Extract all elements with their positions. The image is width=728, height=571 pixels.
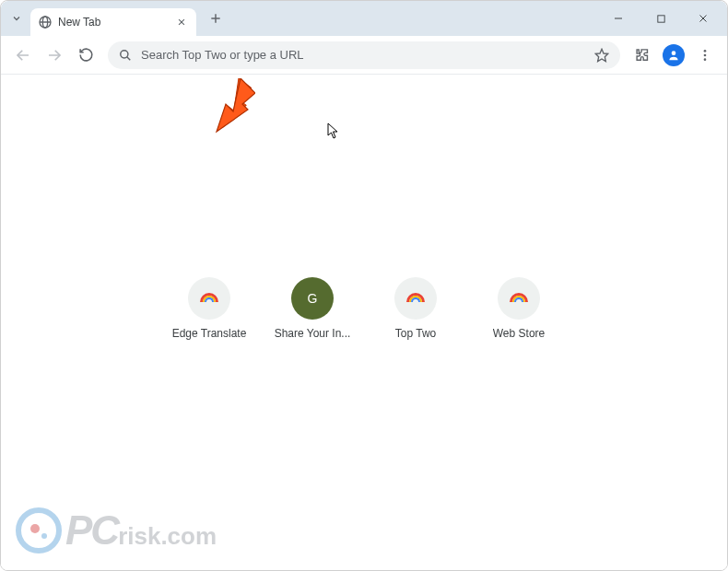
shortcuts-row: Edge Translate G Share Your In... Top Tw…	[169, 277, 559, 340]
back-button[interactable]	[8, 41, 38, 70]
svg-marker-15	[595, 49, 607, 61]
shortcut-share-your-internet[interactable]: G Share Your In...	[272, 277, 353, 340]
kebab-menu-icon	[698, 48, 712, 63]
shortcut-circle	[394, 277, 437, 320]
svg-marker-20	[217, 78, 255, 127]
close-icon	[177, 17, 186, 27]
watermark-logo: PCrisk.com	[16, 507, 217, 554]
tab-title: New Tab	[58, 16, 174, 29]
chevron-down-icon	[11, 13, 22, 24]
watermark-bubble-icon	[16, 507, 62, 554]
plus-icon	[209, 12, 222, 25]
menu-button[interactable]	[690, 41, 720, 70]
shortcut-edge-translate[interactable]: Edge Translate	[169, 277, 250, 340]
star-icon	[594, 48, 609, 63]
globe-icon	[38, 15, 53, 29]
shortcut-label: Web Store	[493, 327, 545, 340]
tab-close-button[interactable]	[174, 15, 189, 29]
profile-button[interactable]	[663, 44, 685, 66]
mouse-cursor-icon	[327, 122, 340, 139]
shortcut-circle: G	[291, 277, 334, 320]
address-bar[interactable]	[108, 41, 620, 69]
forward-button[interactable]	[40, 41, 69, 70]
svg-rect-8	[657, 15, 663, 21]
tab-search-button[interactable]	[6, 8, 27, 29]
close-icon	[698, 13, 709, 24]
omnibox-input[interactable]	[141, 48, 594, 62]
svg-point-16	[672, 51, 676, 55]
reload-icon	[78, 47, 94, 63]
annotation-arrow-icon	[200, 78, 255, 137]
new-tab-page: Edge Translate G Share Your In... Top Tw…	[1, 75, 727, 570]
svg-marker-21	[217, 78, 255, 132]
toolbar	[1, 36, 727, 75]
maximize-button[interactable]	[642, 5, 679, 32]
bookmark-button[interactable]	[594, 48, 609, 63]
close-window-button[interactable]	[685, 5, 722, 32]
puzzle-icon	[635, 47, 651, 63]
minimize-icon	[613, 13, 624, 24]
svg-point-17	[704, 50, 707, 52]
minimize-button[interactable]	[600, 5, 637, 32]
shortcut-circle	[188, 277, 230, 320]
new-tab-button[interactable]	[204, 6, 228, 30]
rainbow-icon	[510, 293, 528, 304]
rainbow-icon	[406, 293, 425, 304]
shortcut-label: Top Two	[395, 327, 436, 340]
extensions-button[interactable]	[628, 41, 657, 70]
shortcut-letter: G	[308, 291, 318, 306]
search-icon	[119, 49, 132, 62]
watermark-first: PC	[65, 507, 118, 553]
svg-point-19	[704, 58, 707, 61]
shortcut-circle	[498, 277, 540, 320]
shortcut-top-two[interactable]: Top Two	[375, 277, 456, 340]
rainbow-icon	[200, 293, 218, 304]
browser-tab[interactable]: New Tab	[30, 8, 196, 36]
arrow-left-icon	[15, 47, 31, 64]
shortcut-label: Edge Translate	[172, 327, 247, 340]
reload-button[interactable]	[71, 41, 100, 70]
person-icon	[667, 49, 680, 62]
maximize-icon	[656, 14, 666, 24]
window-controls	[600, 5, 722, 32]
svg-line-14	[127, 56, 131, 60]
svg-point-13	[121, 50, 128, 57]
watermark-rest: risk.com	[118, 522, 217, 550]
arrow-right-icon	[46, 47, 63, 64]
shortcut-web-store[interactable]: Web Store	[478, 277, 559, 340]
titlebar: New Tab	[1, 1, 727, 36]
shortcut-label: Share Your In...	[275, 327, 351, 340]
svg-point-18	[704, 53, 707, 56]
